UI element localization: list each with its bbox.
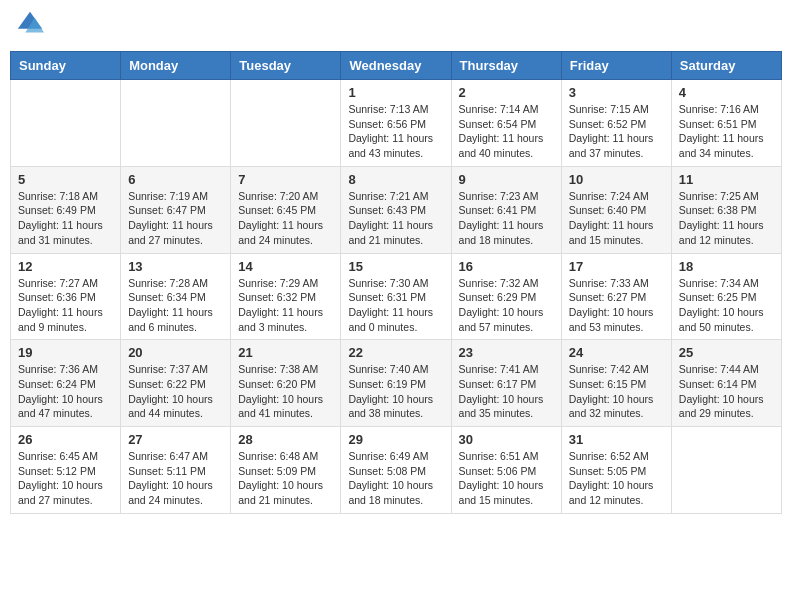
day-info: Sunrise: 7:44 AM Sunset: 6:14 PM Dayligh… <box>679 362 774 421</box>
day-info: Sunrise: 7:13 AM Sunset: 6:56 PM Dayligh… <box>348 102 443 161</box>
day-number: 20 <box>128 345 223 360</box>
calendar-cell: 27Sunrise: 6:47 AM Sunset: 5:11 PM Dayli… <box>121 427 231 514</box>
day-info: Sunrise: 7:14 AM Sunset: 6:54 PM Dayligh… <box>459 102 554 161</box>
calendar-cell: 10Sunrise: 7:24 AM Sunset: 6:40 PM Dayli… <box>561 166 671 253</box>
day-number: 23 <box>459 345 554 360</box>
day-number: 21 <box>238 345 333 360</box>
calendar-cell: 9Sunrise: 7:23 AM Sunset: 6:41 PM Daylig… <box>451 166 561 253</box>
calendar-cell: 8Sunrise: 7:21 AM Sunset: 6:43 PM Daylig… <box>341 166 451 253</box>
calendar-cell: 4Sunrise: 7:16 AM Sunset: 6:51 PM Daylig… <box>671 80 781 167</box>
calendar-week-row: 12Sunrise: 7:27 AM Sunset: 6:36 PM Dayli… <box>11 253 782 340</box>
calendar-cell: 7Sunrise: 7:20 AM Sunset: 6:45 PM Daylig… <box>231 166 341 253</box>
day-number: 22 <box>348 345 443 360</box>
day-number: 27 <box>128 432 223 447</box>
day-info: Sunrise: 7:15 AM Sunset: 6:52 PM Dayligh… <box>569 102 664 161</box>
day-number: 28 <box>238 432 333 447</box>
calendar-cell: 22Sunrise: 7:40 AM Sunset: 6:19 PM Dayli… <box>341 340 451 427</box>
day-of-week-header: Friday <box>561 52 671 80</box>
calendar-cell <box>11 80 121 167</box>
day-number: 16 <box>459 259 554 274</box>
calendar-cell: 31Sunrise: 6:52 AM Sunset: 5:05 PM Dayli… <box>561 427 671 514</box>
day-number: 12 <box>18 259 113 274</box>
calendar-cell: 21Sunrise: 7:38 AM Sunset: 6:20 PM Dayli… <box>231 340 341 427</box>
calendar-cell <box>671 427 781 514</box>
calendar-cell: 11Sunrise: 7:25 AM Sunset: 6:38 PM Dayli… <box>671 166 781 253</box>
day-info: Sunrise: 7:23 AM Sunset: 6:41 PM Dayligh… <box>459 189 554 248</box>
calendar-cell: 13Sunrise: 7:28 AM Sunset: 6:34 PM Dayli… <box>121 253 231 340</box>
calendar-cell <box>121 80 231 167</box>
calendar-cell: 6Sunrise: 7:19 AM Sunset: 6:47 PM Daylig… <box>121 166 231 253</box>
day-info: Sunrise: 7:16 AM Sunset: 6:51 PM Dayligh… <box>679 102 774 161</box>
calendar-cell: 2Sunrise: 7:14 AM Sunset: 6:54 PM Daylig… <box>451 80 561 167</box>
day-number: 10 <box>569 172 664 187</box>
day-info: Sunrise: 7:25 AM Sunset: 6:38 PM Dayligh… <box>679 189 774 248</box>
day-of-week-header: Wednesday <box>341 52 451 80</box>
calendar-cell: 26Sunrise: 6:45 AM Sunset: 5:12 PM Dayli… <box>11 427 121 514</box>
day-number: 2 <box>459 85 554 100</box>
day-number: 1 <box>348 85 443 100</box>
calendar-header-row: SundayMondayTuesdayWednesdayThursdayFrid… <box>11 52 782 80</box>
day-info: Sunrise: 7:20 AM Sunset: 6:45 PM Dayligh… <box>238 189 333 248</box>
day-number: 24 <box>569 345 664 360</box>
day-info: Sunrise: 6:52 AM Sunset: 5:05 PM Dayligh… <box>569 449 664 508</box>
calendar-week-row: 19Sunrise: 7:36 AM Sunset: 6:24 PM Dayli… <box>11 340 782 427</box>
page-header <box>10 10 782 43</box>
day-number: 13 <box>128 259 223 274</box>
day-number: 6 <box>128 172 223 187</box>
calendar-cell: 5Sunrise: 7:18 AM Sunset: 6:49 PM Daylig… <box>11 166 121 253</box>
day-number: 15 <box>348 259 443 274</box>
day-info: Sunrise: 7:37 AM Sunset: 6:22 PM Dayligh… <box>128 362 223 421</box>
logo-icon <box>16 10 44 38</box>
day-of-week-header: Monday <box>121 52 231 80</box>
day-number: 18 <box>679 259 774 274</box>
day-number: 25 <box>679 345 774 360</box>
day-info: Sunrise: 6:49 AM Sunset: 5:08 PM Dayligh… <box>348 449 443 508</box>
day-info: Sunrise: 7:34 AM Sunset: 6:25 PM Dayligh… <box>679 276 774 335</box>
calendar-table: SundayMondayTuesdayWednesdayThursdayFrid… <box>10 51 782 514</box>
day-number: 17 <box>569 259 664 274</box>
day-number: 30 <box>459 432 554 447</box>
day-info: Sunrise: 7:24 AM Sunset: 6:40 PM Dayligh… <box>569 189 664 248</box>
day-number: 14 <box>238 259 333 274</box>
day-of-week-header: Sunday <box>11 52 121 80</box>
day-info: Sunrise: 6:51 AM Sunset: 5:06 PM Dayligh… <box>459 449 554 508</box>
calendar-cell: 17Sunrise: 7:33 AM Sunset: 6:27 PM Dayli… <box>561 253 671 340</box>
day-number: 31 <box>569 432 664 447</box>
calendar-cell: 25Sunrise: 7:44 AM Sunset: 6:14 PM Dayli… <box>671 340 781 427</box>
calendar-cell: 28Sunrise: 6:48 AM Sunset: 5:09 PM Dayli… <box>231 427 341 514</box>
day-number: 26 <box>18 432 113 447</box>
day-info: Sunrise: 7:41 AM Sunset: 6:17 PM Dayligh… <box>459 362 554 421</box>
calendar-cell: 18Sunrise: 7:34 AM Sunset: 6:25 PM Dayli… <box>671 253 781 340</box>
calendar-cell: 14Sunrise: 7:29 AM Sunset: 6:32 PM Dayli… <box>231 253 341 340</box>
day-info: Sunrise: 7:42 AM Sunset: 6:15 PM Dayligh… <box>569 362 664 421</box>
day-number: 4 <box>679 85 774 100</box>
day-info: Sunrise: 7:27 AM Sunset: 6:36 PM Dayligh… <box>18 276 113 335</box>
day-info: Sunrise: 7:28 AM Sunset: 6:34 PM Dayligh… <box>128 276 223 335</box>
day-number: 29 <box>348 432 443 447</box>
calendar-cell <box>231 80 341 167</box>
day-of-week-header: Saturday <box>671 52 781 80</box>
calendar-cell: 15Sunrise: 7:30 AM Sunset: 6:31 PM Dayli… <box>341 253 451 340</box>
day-number: 7 <box>238 172 333 187</box>
day-info: Sunrise: 6:48 AM Sunset: 5:09 PM Dayligh… <box>238 449 333 508</box>
day-info: Sunrise: 7:21 AM Sunset: 6:43 PM Dayligh… <box>348 189 443 248</box>
day-info: Sunrise: 7:18 AM Sunset: 6:49 PM Dayligh… <box>18 189 113 248</box>
day-info: Sunrise: 7:40 AM Sunset: 6:19 PM Dayligh… <box>348 362 443 421</box>
calendar-cell: 3Sunrise: 7:15 AM Sunset: 6:52 PM Daylig… <box>561 80 671 167</box>
day-number: 11 <box>679 172 774 187</box>
day-number: 8 <box>348 172 443 187</box>
day-info: Sunrise: 7:32 AM Sunset: 6:29 PM Dayligh… <box>459 276 554 335</box>
day-number: 19 <box>18 345 113 360</box>
calendar-cell: 19Sunrise: 7:36 AM Sunset: 6:24 PM Dayli… <box>11 340 121 427</box>
calendar-cell: 16Sunrise: 7:32 AM Sunset: 6:29 PM Dayli… <box>451 253 561 340</box>
day-info: Sunrise: 7:19 AM Sunset: 6:47 PM Dayligh… <box>128 189 223 248</box>
day-info: Sunrise: 6:47 AM Sunset: 5:11 PM Dayligh… <box>128 449 223 508</box>
day-info: Sunrise: 7:30 AM Sunset: 6:31 PM Dayligh… <box>348 276 443 335</box>
day-info: Sunrise: 7:29 AM Sunset: 6:32 PM Dayligh… <box>238 276 333 335</box>
day-info: Sunrise: 7:36 AM Sunset: 6:24 PM Dayligh… <box>18 362 113 421</box>
calendar-cell: 30Sunrise: 6:51 AM Sunset: 5:06 PM Dayli… <box>451 427 561 514</box>
calendar-cell: 20Sunrise: 7:37 AM Sunset: 6:22 PM Dayli… <box>121 340 231 427</box>
day-info: Sunrise: 7:38 AM Sunset: 6:20 PM Dayligh… <box>238 362 333 421</box>
calendar-week-row: 5Sunrise: 7:18 AM Sunset: 6:49 PM Daylig… <box>11 166 782 253</box>
day-number: 5 <box>18 172 113 187</box>
